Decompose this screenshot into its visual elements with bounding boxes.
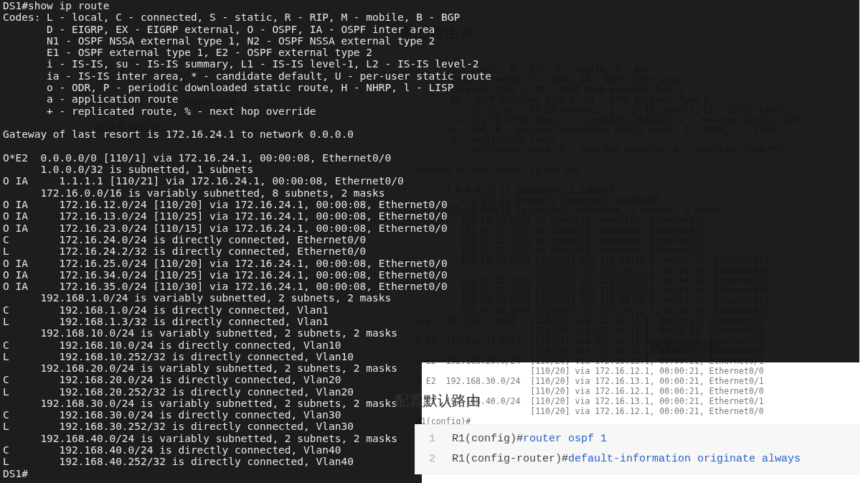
line-number: 2 bbox=[423, 449, 435, 469]
command-text: router ospf 1 bbox=[523, 433, 607, 445]
terminal-front-output-continued[interactable]: 192.168.20.0/24 is variably subnetted, 2… bbox=[0, 362, 422, 483]
prompt-text: R1(config)# bbox=[452, 433, 523, 445]
line-number: 1 bbox=[423, 429, 435, 449]
prompt-text: R1(config-router)# bbox=[452, 453, 568, 465]
terminal-front-output[interactable]: DS1#show ip route Codes: L - local, C - … bbox=[0, 0, 859, 362]
code-panel: 1 R1(config)#router ospf 1 2 R1(config-r… bbox=[415, 424, 859, 474]
code-line-1: 1 R1(config)#router ospf 1 bbox=[423, 429, 852, 449]
code-line-2: 2 R1(config-router)#default-information … bbox=[423, 449, 852, 469]
code-block: 1 R1(config)#router ospf 1 2 R1(config-r… bbox=[415, 424, 859, 474]
command-text: default-information originate always bbox=[568, 453, 801, 465]
